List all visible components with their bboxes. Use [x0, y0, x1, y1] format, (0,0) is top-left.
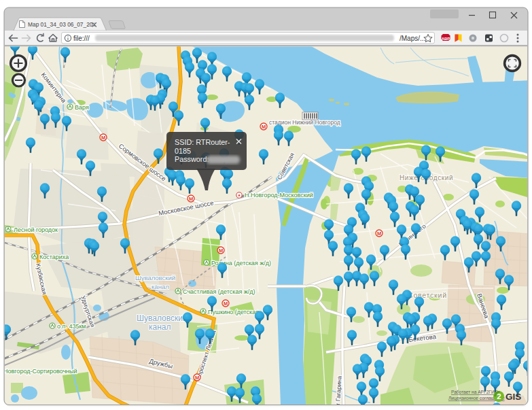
svg-text:Map 01_34_03 06_07_201: Map 01_34_03 06_07_201	[28, 21, 96, 28]
svg-text:Новгород-Сортировочный: Новгород-Сортировочный	[3, 368, 77, 375]
svg-text:Шуваловский: Шуваловский	[137, 313, 188, 323]
svg-text:о.п. 435км: о.п. 435км	[57, 323, 86, 330]
svg-text:SSID: RTRouter-: SSID: RTRouter-	[175, 138, 230, 146]
svg-text:Н.Новгород-Московский: Н.Новгород-Московский	[245, 192, 313, 199]
svg-text:Костариха: Костариха	[39, 254, 69, 260]
svg-text:Пушкино (детская: Пушкино (детская	[208, 309, 259, 315]
svg-text:file:///: file:///	[73, 35, 90, 42]
svg-text:Работает на API 2ГИС: Работает на API 2ГИС	[451, 390, 498, 394]
svg-text:2: 2	[497, 392, 501, 400]
svg-text:Лесной городок: Лесной городок	[14, 226, 58, 233]
svg-text:канал: канал	[149, 322, 171, 332]
svg-text:стадион Нижний Новгород: стадион Нижний Новгород	[269, 119, 340, 126]
svg-text:Password:: Password:	[175, 155, 209, 163]
svg-text:Счастливая (детская ж/д): Счастливая (детская ж/д)	[183, 288, 255, 295]
svg-text:/Maps/...: /Maps/...	[400, 35, 425, 42]
svg-text:канал: канал	[152, 283, 169, 290]
svg-text:0185: 0185	[175, 147, 191, 155]
svg-text:Варя: Варя	[75, 104, 89, 111]
svg-text:Советский: Советский	[408, 291, 447, 299]
svg-text:GIS: GIS	[506, 392, 521, 402]
svg-text:ABP: ABP	[442, 37, 450, 41]
svg-text:Шуваловский: Шуваловский	[135, 274, 175, 281]
